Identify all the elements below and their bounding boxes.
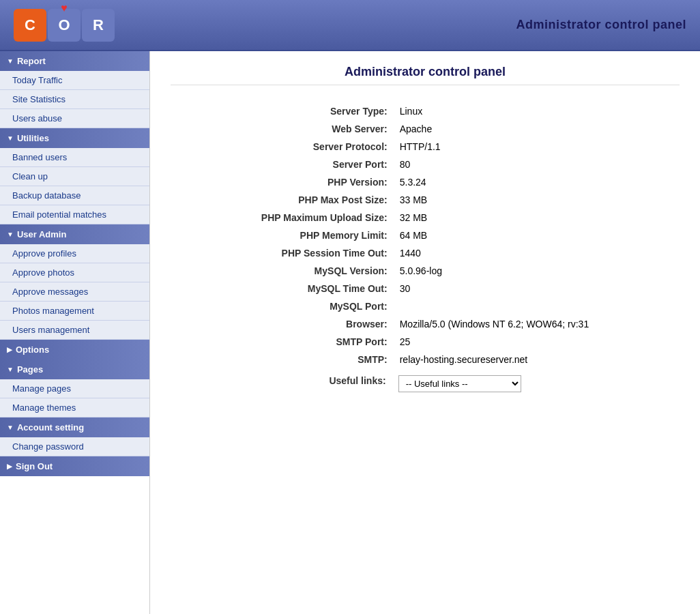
sidebar-section-label-user-admin: User Admin [17, 229, 66, 239]
sidebar-section-label-options: Options [16, 345, 49, 355]
sidebar-section-label-utilities: Utilities [17, 133, 49, 143]
table-row: Browser:Mozilla/5.0 (Windows NT 6.2; WOW… [256, 315, 594, 333]
logo-letter-o: ♥ O [48, 9, 81, 42]
server-info-value: 30 [393, 280, 594, 297]
server-info-label: PHP Max Post Size: [256, 191, 393, 209]
table-row: MySQL Port: [256, 297, 594, 315]
sidebar-item-users-abuse[interactable]: Users abuse [0, 109, 149, 128]
server-info-value: HTTP/1.1 [393, 138, 594, 156]
logo-heart: ♥ [61, 2, 68, 14]
server-info-value: 64 MB [393, 226, 594, 244]
server-info-label: Browser: [256, 315, 393, 333]
server-info-value: Apache [393, 120, 594, 138]
arrow-icon-pages: ▼ [7, 366, 14, 373]
server-info-value: 1440 [393, 244, 594, 262]
layout: ▼ReportToday TrafficSite StatisticsUsers… [0, 51, 700, 614]
sidebar-section-label-pages: Pages [17, 364, 43, 375]
sidebar-item-email-potential-matches[interactable]: Email potential matches [0, 205, 149, 224]
sidebar-section-label-account-setting: Account setting [17, 422, 84, 433]
server-info-label: SMTP: [256, 351, 393, 368]
table-row: MySQL Version:5.0.96-log [256, 262, 594, 280]
logo-letter-c: C [14, 9, 46, 42]
server-info-label: PHP Session Time Out: [256, 244, 393, 262]
header: C ♥ O R Administrator control panel [0, 0, 700, 51]
table-row: PHP Max Post Size:33 MB [256, 191, 594, 209]
arrow-icon-options: ▶ [7, 346, 12, 353]
sidebar-item-banned-users[interactable]: Banned users [0, 148, 149, 167]
arrow-icon-user-admin: ▼ [7, 231, 14, 238]
sidebar-item-users-management[interactable]: Users management [0, 321, 149, 340]
sidebar-item-today-traffic[interactable]: Today Traffic [0, 71, 149, 90]
table-row: SMTP Port:25 [256, 333, 594, 351]
server-info-label: Server Type: [256, 102, 393, 120]
server-info-value: 25 [393, 333, 594, 351]
server-info-label: MySQL Version: [256, 262, 393, 280]
table-row: PHP Session Time Out:1440 [256, 244, 594, 262]
sidebar-item-site-statistics[interactable]: Site Statistics [0, 90, 149, 109]
server-info-label: Web Server: [256, 120, 393, 138]
useful-links-label: Useful links: [323, 372, 391, 396]
sidebar-item-photos-management[interactable]: Photos management [0, 302, 149, 321]
header-title: Administrator control panel [516, 18, 686, 32]
arrow-icon-report: ▼ [7, 57, 14, 65]
sidebar-section-label-report: Report [17, 56, 46, 66]
logo-area: C ♥ O R [14, 9, 115, 42]
server-info-label: MySQL Time Out: [256, 280, 393, 297]
sidebar-section-options[interactable]: ▶Options [0, 340, 149, 360]
server-info-table: Server Type:LinuxWeb Server:ApacheServer… [256, 102, 594, 368]
table-row: Server Type:Linux [256, 102, 594, 120]
server-info-value: 33 MB [393, 191, 594, 209]
sidebar-item-approve-photos[interactable]: Approve photos [0, 263, 149, 282]
table-row: PHP Maximum Upload Size:32 MB [256, 209, 594, 226]
table-row: Server Port:80 [256, 156, 594, 173]
server-info-value: 32 MB [393, 209, 594, 226]
server-info-value: relay-hosting.secureserver.net [393, 351, 594, 368]
arrow-icon-sign-out: ▶ [7, 463, 12, 470]
sidebar: ▼ReportToday TrafficSite StatisticsUsers… [0, 51, 150, 614]
server-info-label: Server Port: [256, 156, 393, 173]
server-info-value [393, 297, 594, 315]
useful-links-table: Useful links: -- Useful links -- [323, 372, 526, 396]
server-info-label: PHP Memory Limit: [256, 226, 393, 244]
table-row: PHP Version:5.3.24 [256, 173, 594, 191]
sidebar-section-account-setting[interactable]: ▼Account setting [0, 418, 149, 437]
server-info-label: SMTP Port: [256, 333, 393, 351]
useful-links-select[interactable]: -- Useful links -- [398, 375, 521, 392]
sidebar-section-user-admin[interactable]: ▼User Admin [0, 224, 149, 244]
main-title: Administrator control panel [171, 65, 680, 85]
table-row: Server Protocol:HTTP/1.1 [256, 138, 594, 156]
server-info-label: PHP Maximum Upload Size: [256, 209, 393, 226]
table-row: Web Server:Apache [256, 120, 594, 138]
server-info-value: Mozilla/5.0 (Windows NT 6.2; WOW64; rv:3… [393, 315, 594, 333]
server-info-label: MySQL Port: [256, 297, 393, 315]
sidebar-item-manage-themes[interactable]: Manage themes [0, 398, 149, 418]
sidebar-section-sign-out[interactable]: ▶Sign Out [0, 456, 149, 476]
sidebar-section-utilities[interactable]: ▼Utilities [0, 128, 149, 148]
table-row: MySQL Time Out:30 [256, 280, 594, 297]
table-row: PHP Memory Limit:64 MB [256, 226, 594, 244]
server-info-value: 80 [393, 156, 594, 173]
sidebar-item-backup-database[interactable]: Backup database [0, 186, 149, 205]
arrow-icon-account-setting: ▼ [7, 424, 14, 431]
sidebar-item-approve-messages[interactable]: Approve messages [0, 282, 149, 302]
arrow-icon-utilities: ▼ [7, 134, 14, 142]
sidebar-section-label-sign-out: Sign Out [16, 461, 53, 471]
sidebar-item-manage-pages[interactable]: Manage pages [0, 379, 149, 398]
sidebar-section-pages[interactable]: ▼Pages [0, 360, 149, 379]
sidebar-item-clean-up[interactable]: Clean up [0, 167, 149, 186]
server-info-label: PHP Version: [256, 173, 393, 191]
server-info-value: Linux [393, 102, 594, 120]
sidebar-item-change-password[interactable]: Change password [0, 437, 149, 456]
sidebar-item-approve-profiles[interactable]: Approve profiles [0, 244, 149, 263]
server-info-label: Server Protocol: [256, 138, 393, 156]
table-row: SMTP:relay-hosting.secureserver.net [256, 351, 594, 368]
logo-letter-r: R [82, 9, 115, 42]
main-content: Administrator control panel Server Type:… [150, 51, 700, 614]
server-info-value: 5.0.96-log [393, 262, 594, 280]
server-info-value: 5.3.24 [393, 173, 594, 191]
sidebar-section-report[interactable]: ▼Report [0, 51, 149, 71]
